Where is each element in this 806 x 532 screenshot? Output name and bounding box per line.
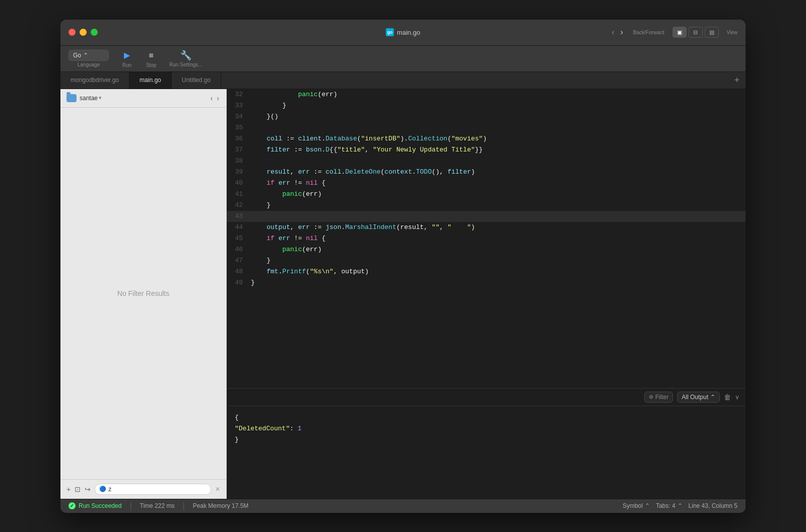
filter-icon: ⊛ — [649, 394, 653, 400]
close-button[interactable] — [69, 29, 76, 36]
main-content: santae ▾ ‹ › No Filter Results + ⊡ ↪ 🔵 z… — [60, 89, 746, 499]
output-type-selector[interactable]: All Output ⌃ — [677, 392, 720, 403]
success-check-icon: ✓ — [69, 502, 76, 509]
sidebar-dropdown-icon[interactable]: ▾ — [99, 95, 102, 101]
add-tab-button[interactable]: + — [728, 72, 746, 89]
maximize-button[interactable] — [91, 29, 98, 36]
status-right: Symbol ⌃ Tabs: 4 ⌃ Line 43, Column 5 — [623, 502, 737, 509]
code-line-40: 40 if err != nil { — [227, 178, 746, 189]
stop-label: Stop — [146, 62, 157, 68]
code-line-44: 44 output, err := json.MarshalIndent(res… — [227, 222, 746, 233]
import-icon[interactable]: ↪ — [85, 485, 91, 493]
run-succeeded-text: Run Succeeded — [79, 502, 121, 509]
code-line-34: 34 }() — [227, 111, 746, 122]
tab-untitled[interactable]: Untitled.go — [172, 72, 221, 89]
view-label: View — [727, 30, 738, 35]
wrench-icon: 🔧 — [180, 50, 191, 61]
titlebar-title-area: go main.go — [386, 28, 420, 36]
clear-output-button[interactable]: 🗑 — [724, 393, 731, 401]
code-line-35: 35 — [227, 122, 746, 133]
sidebar-empty-message: No Filter Results — [60, 108, 226, 479]
sidebar-header: santae ▾ ‹ › — [60, 89, 226, 108]
tabs-bar: mongodbdriver.go main.go Untitled.go + — [60, 72, 746, 89]
sidebar-nav: ‹ › — [210, 93, 220, 103]
forward-button[interactable]: › — [618, 27, 625, 38]
output-collapse-button[interactable]: ∨ — [735, 394, 740, 401]
tabs-chevron-icon: ⌃ — [678, 502, 683, 509]
code-line-45: 45 if err != nil { — [227, 233, 746, 244]
code-line-33: 33 } — [227, 100, 746, 111]
back-button[interactable]: ‹ — [610, 27, 616, 38]
output-panel: ⊛ Filter All Output ⌃ 🗑 ∨ { "DeletedCoun… — [227, 388, 746, 499]
titlebar: go main.go ‹ › Back/Forward ▣ ⊟ ▤ View — [60, 20, 746, 46]
add-folder-icon[interactable]: ⊡ — [75, 485, 81, 493]
sidebar-search-clear[interactable]: ✕ — [215, 486, 220, 493]
sidebar-footer: + ⊡ ↪ 🔵 z ✕ — [60, 479, 226, 499]
code-line-48: 48 fmt.Printf("%s\n", output) — [227, 266, 746, 277]
code-line-42: 42 } — [227, 200, 746, 211]
tab-mongodbdriver[interactable]: mongodbdriver.go — [60, 72, 129, 89]
code-line-38: 38 — [227, 156, 746, 167]
tab-main[interactable]: main.go — [129, 72, 172, 89]
stop-icon: ■ — [145, 49, 157, 61]
sidebar-folder-name: santae — [80, 95, 98, 102]
statusbar: ✓ Run Succeeded | Time 222 ms | Peak Mem… — [60, 499, 746, 513]
traffic-lights — [69, 29, 98, 36]
code-line-47: 47 } — [227, 255, 746, 266]
status-sep-2: | — [182, 501, 184, 510]
code-line-32: 32 panic(err) — [227, 89, 746, 100]
output-line-1: { — [235, 412, 737, 423]
symbol-selector[interactable]: Symbol ⌃ — [623, 502, 650, 509]
sidebar-back-button[interactable]: ‹ — [210, 93, 214, 103]
code-line-36: 36 coll := client.Database("insertDB").C… — [227, 133, 746, 144]
go-language-icon: go — [386, 28, 394, 36]
tabs-selector[interactable]: Tabs: 4 ⌃ — [656, 502, 683, 509]
sidebar: santae ▾ ‹ › No Filter Results + ⊡ ↪ 🔵 z… — [60, 89, 227, 499]
status-sep-1: | — [129, 501, 131, 510]
language-chevron-icon: ⌃ — [83, 52, 88, 59]
view-panel-icon[interactable]: ▤ — [705, 27, 719, 38]
back-forward-label: Back/Forward — [633, 30, 664, 35]
memory-status: Peak Memory 17.5M — [193, 502, 249, 509]
sidebar-search-text: z — [108, 486, 111, 493]
view-icons: ▣ ⊟ ▤ — [673, 27, 719, 38]
editor-area: 32 panic(err) 33 } 34 }() 35 — [227, 89, 746, 499]
nav-arrows: ‹ › — [610, 27, 625, 38]
run-button[interactable]: ▶ Run — [121, 49, 133, 68]
output-type-label: All Output — [682, 394, 708, 401]
code-editor[interactable]: 32 panic(err) 33 } 34 }() 35 — [227, 89, 746, 388]
language-group: Go ⌃ Language — [69, 50, 109, 67]
app-window: go main.go ‹ › Back/Forward ▣ ⊟ ▤ View G… — [60, 20, 746, 513]
run-label: Run — [122, 62, 131, 68]
toolbar: Go ⌃ Language ▶ Run ■ Stop 🔧 Run Setting… — [60, 46, 746, 72]
stop-button[interactable]: ■ Stop — [145, 49, 157, 68]
minimize-button[interactable] — [80, 29, 87, 36]
output-filter-input[interactable]: ⊛ Filter — [644, 392, 674, 403]
sidebar-forward-button[interactable]: › — [216, 93, 220, 103]
titlebar-filename: main.go — [397, 29, 420, 36]
view-split-icon[interactable]: ⊟ — [689, 27, 703, 38]
folder-icon — [66, 94, 77, 102]
code-line-39: 39 result, err := coll.DeleteOne(context… — [227, 167, 746, 178]
symbol-chevron-icon: ⌃ — [645, 502, 650, 509]
code-line-43: 43 — [227, 211, 746, 222]
language-value: Go — [73, 52, 81, 59]
view-editor-icon[interactable]: ▣ — [673, 27, 687, 38]
code-line-41: 41 panic(err) — [227, 189, 746, 200]
code-line-49: 49 } — [227, 277, 746, 288]
run-settings-label: Run Settings... — [169, 62, 203, 67]
sidebar-search-box[interactable]: 🔵 z — [95, 484, 211, 495]
run-settings-button[interactable]: 🔧 Run Settings... — [169, 50, 203, 67]
position-status: Line 43, Column 5 — [689, 502, 737, 509]
output-toolbar: ⊛ Filter All Output ⌃ 🗑 ∨ — [227, 389, 746, 406]
add-file-icon[interactable]: + — [66, 485, 71, 493]
time-status: Time 222 ms — [140, 502, 175, 509]
symbol-label: Symbol — [623, 502, 643, 509]
play-icon: ▶ — [121, 49, 133, 61]
language-selector[interactable]: Go ⌃ — [69, 50, 109, 61]
run-status: ✓ Run Succeeded — [69, 502, 121, 509]
filter-placeholder: Filter — [655, 394, 669, 401]
tabs-label: Tabs: 4 — [656, 502, 676, 509]
code-line-37: 37 filter := bson.D{{"title", "Your Newl… — [227, 144, 746, 156]
output-line-2: "DeletedCount": 1 — [235, 423, 737, 434]
